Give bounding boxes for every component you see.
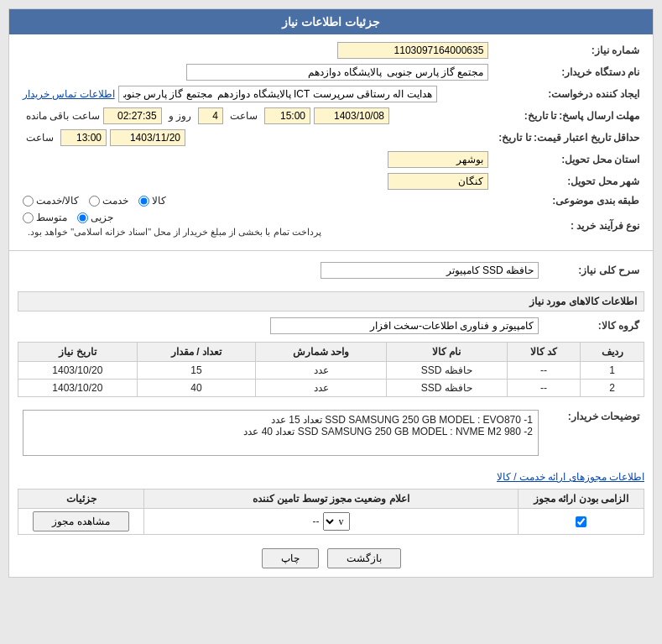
page-header: جزئیات اطلاعات نیاز: [9, 9, 653, 34]
ostan-input[interactable]: [388, 151, 488, 168]
col-joziyat: جزئیات: [18, 490, 144, 509]
chap-button[interactable]: چاپ: [262, 548, 319, 568]
row-sarh: سرح کلی نیاز:: [18, 259, 644, 281]
permit-row: v -- مشاهده مجوز: [18, 509, 644, 535]
radio-kala-input[interactable]: [138, 196, 149, 207]
status-select[interactable]: v: [323, 512, 350, 531]
towzihat-line1: 1- SSD SAMSUNG 250 GB MODEL : EVO870 تعد…: [29, 414, 533, 426]
main-container: جزئیات اطلاعات نیاز شماره نیاز: نام دستگ…: [8, 8, 654, 578]
permit-table-head: الزامی بودن ارائه مجوز اعلام وضعیت مجوز …: [18, 490, 644, 509]
radio-khadamat-input[interactable]: [89, 196, 100, 207]
towzihat-label: توضیحات خریدار:: [544, 407, 644, 458]
radio-kala-khadamat-input[interactable]: [23, 196, 34, 207]
goroh-kala-label: گروه کالا:: [544, 315, 644, 337]
bazgasht-button[interactable]: بازگشت: [327, 548, 401, 568]
ostan-value: [18, 149, 493, 170]
sarh-koli-label: سرح کلی نیاز:: [544, 259, 644, 281]
row2-vahed: عدد: [256, 380, 387, 397]
saat-input[interactable]: [264, 107, 310, 124]
hadaghal-date-input[interactable]: [110, 129, 185, 146]
permit-table: الزامی بودن ارائه مجوز اعلام وضعیت مجوز …: [18, 489, 644, 535]
row-tabagheh: طبقه بندی موضوعی: کالا/خدمت خدمت: [18, 192, 644, 209]
row1-radif: 1: [581, 362, 644, 380]
radio-khadamat: خدمت: [89, 195, 128, 207]
mohlat-ersal-value: ساعت باقی مانده روز و ساعت: [18, 105, 493, 127]
shomara-niaz-value: [18, 39, 493, 61]
saat-label: ساعت: [230, 110, 258, 122]
towzihat-box: 1- SSD SAMSUNG 250 GB MODEL : EVO870 تعد…: [23, 410, 539, 456]
col-elzami: الزامی بودن ارائه مجوز: [519, 490, 644, 509]
shahr-input[interactable]: [388, 173, 488, 190]
kala-table-header-row: ردیف کد کالا نام کالا واحد شمارش تعداد /…: [18, 343, 644, 362]
permit-status-cell: v --: [144, 509, 519, 535]
kala-items-table: ردیف کد کالا نام کالا واحد شمارش تعداد /…: [18, 342, 644, 397]
hadaghal-saat-label: ساعت: [26, 132, 54, 144]
row1-tarikh: 1403/10/20: [18, 362, 138, 380]
row2-nam: حافظه SSD: [386, 380, 507, 397]
rooz-label: روز و: [169, 110, 191, 122]
status-dash: --: [313, 516, 320, 527]
tabagheh-label: طبقه بندی موضوعی:: [493, 192, 644, 209]
tabagheh-radios: کالا/خدمت خدمت کالا: [18, 192, 493, 209]
row-ejad: ایجاد کننده درخواست: اطلاعات تماس خریدار: [18, 83, 644, 105]
mohlat-ersal-label: مهلت ارسال پاسخ: تا تاریخ:: [493, 105, 644, 127]
row1-tedad: 15: [137, 362, 256, 380]
towzihat-value: 1- SSD SAMSUNG 250 GB MODEL : EVO870 تعد…: [18, 407, 544, 458]
hadaghal-label: حداقل تاریخ اعتبار قیمت: تا تاریخ:: [493, 127, 644, 149]
row-towzihat: توضیحات خریدار: 1- SSD SAMSUNG 250 GB MO…: [18, 407, 644, 458]
row-hadaghal: حداقل تاریخ اعتبار قیمت: تا تاریخ: ساعت: [18, 127, 644, 149]
kala-info-title: اطلاعات کالاهای مورد نیاز: [18, 291, 644, 312]
sarh-koli-input[interactable]: [321, 262, 539, 279]
view-permit-button[interactable]: مشاهده مجوز: [33, 511, 128, 531]
col-vahed: واحد شمارش: [256, 343, 387, 362]
nam-dastgah-label: نام دستگاه خریدار:: [493, 61, 644, 83]
row-shahr: شهر محل تحویل:: [18, 170, 644, 192]
radio-kala: کالا: [138, 195, 166, 207]
sarh-table: سرح کلی نیاز:: [18, 259, 644, 281]
ejad-konande-label: ایجاد کننده درخواست:: [493, 83, 644, 105]
row-ostan: استان محل تحویل:: [18, 149, 644, 170]
jozvi-label: جزیی: [91, 212, 113, 223]
ostan-label: استان محل تحویل:: [493, 149, 644, 170]
table-row: 1 -- حافظه SSD عدد 15 1403/10/20: [18, 362, 644, 380]
col-radif: ردیف: [581, 343, 644, 362]
col-kod-kala: کد کالا: [507, 343, 581, 362]
mohlat-date-input[interactable]: [314, 107, 389, 124]
shomara-niaz-label: شماره نیاز:: [493, 39, 644, 61]
shahr-label: شهر محل تحویل:: [493, 170, 644, 192]
mojozha-link[interactable]: اطلاعات مجوزهای ارائه خدمت / کالا: [497, 471, 644, 483]
radio-jozvi: جزیی: [77, 212, 113, 223]
col-nam-kala: نام کالا: [386, 343, 507, 362]
rooz-input[interactable]: [198, 107, 223, 124]
radio-kala-khadamat: کالا/خدمت: [23, 195, 79, 207]
goroh-kala-input[interactable]: [270, 317, 539, 334]
motovaset-label: متوسط: [36, 212, 67, 223]
row-goroh: گروه کالا:: [18, 315, 644, 337]
footer-buttons: بازگشت چاپ: [9, 540, 653, 577]
radio-jozvi-input[interactable]: [77, 212, 88, 223]
row-mohlat: مهلت ارسال پاسخ: تا تاریخ: ساعت باقی مان…: [18, 105, 644, 127]
pardakht-text: پرداخت تمام با بخشی از مبلغ خریدار از مح…: [23, 225, 326, 239]
elzami-checkbox-wrap: [524, 516, 639, 527]
shomara-niaz-input[interactable]: [337, 42, 488, 59]
saat2-input[interactable]: [103, 107, 162, 124]
etelasat-tamas-link[interactable]: اطلاعات تماس خریدار: [23, 88, 115, 100]
towzihat-line2: 2- SSD SAMSUNG 250 GB MODEL : NVME M2 98…: [29, 426, 533, 437]
elzami-checkbox[interactable]: [576, 516, 586, 527]
hadaghal-saat-input[interactable]: [60, 129, 107, 146]
nam-dastgah-value: [18, 61, 493, 83]
nam-dastgah-input[interactable]: [186, 64, 488, 81]
col-tedad: تعداد / مقدار: [137, 343, 256, 362]
info-section: شماره نیاز: نام دستگاه خریدار: ایجاد کنن…: [9, 34, 653, 247]
sarh-section: سرح کلی نیاز:: [9, 254, 653, 286]
goroh-table: گروه کالا:: [18, 315, 644, 337]
now-farayand-label: نوع فرآیند خرید :: [493, 209, 644, 242]
row2-radif: 2: [581, 380, 644, 397]
permit-elzami-cell: [519, 509, 644, 535]
towzihat-section: توضیحات خریدار: 1- SSD SAMSUNG 250 GB MO…: [9, 402, 653, 463]
table-row: 2 -- حافظه SSD عدد 40 1403/10/20: [18, 380, 644, 397]
radio-motovaset-input[interactable]: [23, 212, 34, 223]
sarh-koli-value: [18, 259, 544, 281]
ejad-konande-value: اطلاعات تماس خریدار: [18, 83, 493, 105]
ejad-konande-input[interactable]: [118, 86, 437, 102]
